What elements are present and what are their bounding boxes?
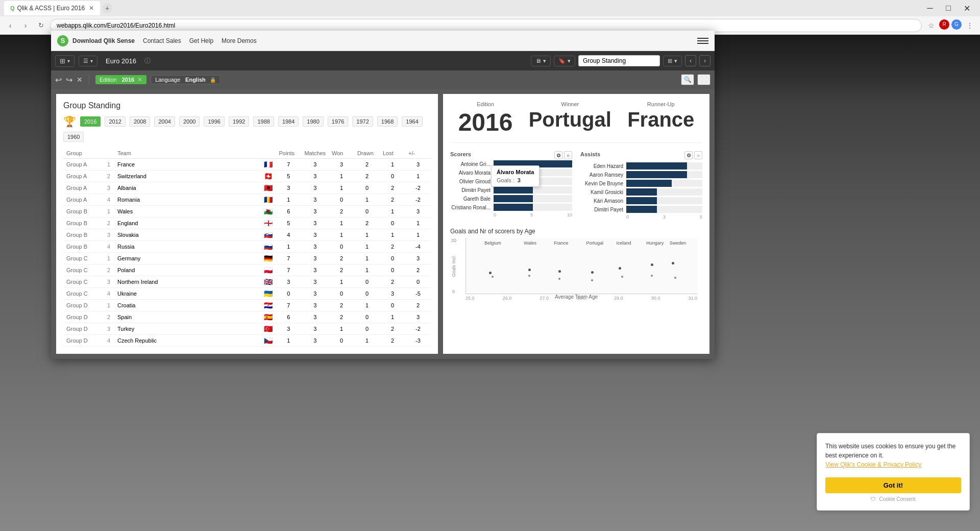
cell-lost: 3 xyxy=(380,288,405,300)
runner-up-stat: Runner-Up France xyxy=(627,101,694,136)
more-demos-link[interactable]: More Demos xyxy=(222,37,257,44)
new-tab-button[interactable]: + xyxy=(102,3,112,13)
table-row[interactable]: Group A 4 Romania 🇷🇴 1 3 0 1 2 -2 xyxy=(63,194,431,206)
refresh-button[interactable]: ↻ xyxy=(35,19,47,32)
cell-diff: 0 xyxy=(405,276,431,288)
scatter-section: Goals and Nr of scorers by Age 20 0 Goal… xyxy=(450,228,702,300)
year-btn-1972[interactable]: 1972 xyxy=(352,116,373,127)
cell-won: 3 xyxy=(329,159,354,171)
maximize-button[interactable]: □ xyxy=(939,1,958,15)
year-btn-1968[interactable]: 1968 xyxy=(377,116,398,127)
cell-drawn: 0 xyxy=(354,323,380,335)
address-bar[interactable] xyxy=(50,19,922,32)
browser-ext2-button[interactable]: G xyxy=(951,19,962,30)
cell-matches: 3 xyxy=(301,194,329,206)
scatter-label-wales: Wales xyxy=(524,240,536,246)
table-row[interactable]: Group D 3 Turkey 🇹🇷 3 3 1 0 2 -2 xyxy=(63,323,431,335)
redo-button[interactable]: ↪ xyxy=(66,75,72,85)
cell-rank: 3 xyxy=(104,323,114,335)
assists-expand-icon[interactable]: ○ xyxy=(694,151,702,159)
year-btn-2004[interactable]: 2004 xyxy=(154,116,175,127)
year-btn-1992[interactable]: 1992 xyxy=(229,116,249,127)
language-selection-tag[interactable]: Language English 🔒 xyxy=(151,75,220,84)
contact-sales-link[interactable]: Contact Sales xyxy=(143,37,181,44)
cell-team: Romania xyxy=(114,194,261,206)
clear-selections-button[interactable]: ✕ xyxy=(77,76,83,84)
cookie-policy-link[interactable]: View Qlik's Cookie & Privacy Policy xyxy=(825,461,921,468)
assists-settings-icon[interactable]: ⚙ xyxy=(684,151,693,159)
year-btn-1976[interactable]: 1976 xyxy=(328,116,348,127)
prev-sheet-button[interactable]: ‹ xyxy=(685,55,696,66)
year-btn-2000[interactable]: 2000 xyxy=(179,116,200,127)
scorer-name: Gareth Bale xyxy=(450,196,494,202)
tab-close-button[interactable]: ✕ xyxy=(89,5,94,12)
browser-titlebar: Q Qlik & ACSS | Euro 2016 ✕ + ─ □ ✕ xyxy=(0,0,980,16)
table-row[interactable]: Group B 1 Wales 🏴󠁧󠁢󠁷󠁬󠁳󠁿 6 3 2 0 1 3 xyxy=(63,206,431,218)
assist-bar-container xyxy=(626,206,702,213)
cell-team: Turkey xyxy=(114,323,261,335)
search-button[interactable]: 🔍 xyxy=(681,74,694,85)
browser-more-button[interactable]: ⋮ xyxy=(964,19,976,32)
table-row[interactable]: Group C 3 Northern Ireland 🇬🇧 3 3 1 0 2 … xyxy=(63,276,431,288)
next-sheet-button[interactable]: › xyxy=(699,55,710,66)
browser-ext1-button[interactable]: R xyxy=(939,19,949,30)
table-row[interactable]: Group C 2 Poland 🇵🇱 7 3 2 1 0 2 xyxy=(63,264,431,276)
table-row[interactable]: Group A 3 Albania 🇦🇱 3 3 1 0 2 -2 xyxy=(63,182,431,194)
hamburger-button[interactable] xyxy=(697,36,708,45)
close-button[interactable]: ✕ xyxy=(958,1,976,15)
scorers-settings-icon[interactable]: ⚙ xyxy=(554,151,562,159)
scatter-label-hungary: Hungary xyxy=(646,240,664,246)
edition-stat: Edition 2016 xyxy=(458,101,513,136)
fullscreen-button[interactable]: ⛶ xyxy=(697,74,710,85)
undo-button[interactable]: ↩ xyxy=(55,75,62,85)
table-row[interactable]: Group C 1 Germany 🇩🇪 7 3 2 1 0 3 xyxy=(63,253,431,264)
browser-tab[interactable]: Q Qlik & ACSS | Euro 2016 ✕ xyxy=(4,1,100,15)
table-row[interactable]: Group B 2 England 🏴󠁧󠁢󠁥󠁮󠁧󠁿 5 3 1 2 0 1 xyxy=(63,218,431,229)
cell-flag: 🇪🇸 xyxy=(261,311,276,323)
dot-belgium xyxy=(489,272,492,274)
year-btn-1960[interactable]: 1960 xyxy=(63,132,84,142)
left-panel: Group Standing 🏆 2016 2012 2008 2004 200… xyxy=(56,94,438,354)
scorers-bar-row: Antoine Gri... xyxy=(450,160,572,167)
bookmark-star-button[interactable]: ☆ xyxy=(925,19,937,32)
table-row[interactable]: Group D 1 Croatia 🇭🇷 7 3 2 1 0 2 xyxy=(63,300,431,311)
table-row[interactable]: Group D 2 Spain 🇪🇸 6 3 2 0 1 3 xyxy=(63,311,431,323)
table-row[interactable]: Group B 4 Russia 🇷🇺 1 3 0 1 2 -4 xyxy=(63,241,431,253)
chart-view-button[interactable]: ⊞ ▾ xyxy=(663,56,682,66)
sheets-button[interactable]: ☰ ▾ xyxy=(79,56,97,66)
monitor-button[interactable]: 🖥 ▾ xyxy=(531,56,551,66)
year-btn-1984[interactable]: 1984 xyxy=(278,116,299,127)
minimize-button[interactable]: ─ xyxy=(921,1,939,15)
year-btn-2008[interactable]: 2008 xyxy=(130,116,150,127)
language-tag-value: English xyxy=(185,77,206,83)
forward-button[interactable]: › xyxy=(19,19,32,32)
table-row[interactable]: Group D 4 Czech Republic 🇨🇿 1 3 0 1 2 -3 xyxy=(63,335,431,347)
chart-view-icon: ⊞ xyxy=(668,58,672,64)
table-row[interactable]: Group A 2 Switzerland 🇨🇭 5 3 1 2 0 1 xyxy=(63,171,431,182)
year-btn-2016[interactable]: 2016 xyxy=(80,116,101,127)
year-btn-2012[interactable]: 2012 xyxy=(105,116,125,127)
cell-rank: 2 xyxy=(104,171,114,182)
scatter-label-belgium: Belgium xyxy=(484,240,501,246)
year-btn-1988[interactable]: 1988 xyxy=(253,116,274,127)
cookie-accept-button[interactable]: Got it! xyxy=(825,477,961,493)
app-menu-button[interactable]: ⊞ ▾ xyxy=(55,55,75,67)
cell-group: Group D xyxy=(63,323,104,335)
edition-tag-close[interactable]: ✕ xyxy=(137,76,142,83)
back-button[interactable]: ‹ xyxy=(4,19,16,32)
get-help-link[interactable]: Get Help xyxy=(189,37,213,44)
cell-rank: 4 xyxy=(104,194,114,206)
year-btn-1996[interactable]: 1996 xyxy=(204,116,224,127)
cell-lost: 0 xyxy=(380,253,405,264)
table-row[interactable]: Group B 3 Slovakia 🇸🇰 4 3 1 1 1 1 xyxy=(63,229,431,241)
scorers-expand-icon[interactable]: ○ xyxy=(564,151,572,159)
download-qlik-link[interactable]: Download Qlik Sense xyxy=(72,37,135,44)
table-row[interactable]: Group C 4 Ukraine 🇺🇦 0 3 0 0 3 -5 xyxy=(63,288,431,300)
bookmark-button[interactable]: 🔖 ▾ xyxy=(554,56,575,66)
cell-won: 0 xyxy=(329,194,354,206)
year-btn-1964[interactable]: 1964 xyxy=(402,116,422,127)
table-row[interactable]: Group A 1 France 🇫🇷 7 3 3 2 1 3 xyxy=(63,159,431,171)
cell-points: 1 xyxy=(276,335,301,347)
year-btn-1980[interactable]: 1980 xyxy=(303,116,323,127)
edition-selection-tag[interactable]: Edition 2016 ✕ xyxy=(95,75,146,84)
